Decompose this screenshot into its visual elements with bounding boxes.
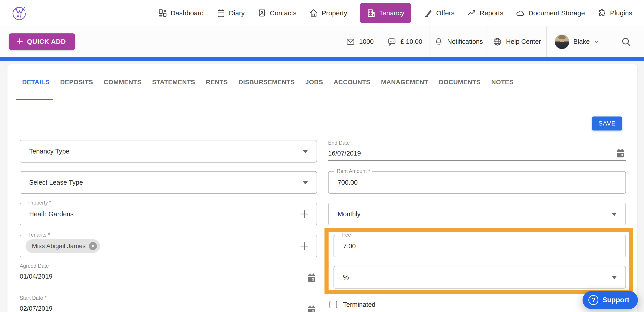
nav-label: Diary [229,9,245,17]
quick-add-button[interactable]: + QUICK ADD [9,33,75,50]
add-tenant-button[interactable] [300,242,309,251]
start-date-value: 02/07/2019 [20,305,317,312]
tab-details[interactable]: DETAILS [22,64,50,100]
nav-dashboard[interactable]: Dashboard [158,8,204,17]
property-value: Heath Gardens [20,210,74,218]
calendar-picker-icon[interactable] [307,305,316,312]
messages-count: 1000 [359,38,374,45]
end-date-value: 16/07/2019 [328,150,626,157]
nav-offers[interactable]: Offers [424,8,454,17]
tab-management[interactable]: MANAGEMENT [381,64,428,100]
tab-deposits[interactable]: DEPOSITS [60,64,93,100]
search-icon [621,37,631,47]
start-date-label: Start Date * [20,295,317,301]
bell-icon [434,37,443,46]
rent-amount-label: Rent Amount * [334,168,372,174]
terminated-checkbox[interactable] [330,301,337,309]
remove-tenant-button[interactable] [89,242,97,250]
rent-amount-value: 700.00 [328,179,358,186]
nav-label: Tenancy [379,9,404,17]
toolbar-right: 1000 £ 10.00 Notifications [340,26,644,57]
calendar-picker-icon[interactable] [307,273,316,283]
pen-icon [424,8,433,17]
nav-tenancy[interactable]: Tenancy [360,3,411,23]
fee-type-select[interactable]: % [334,266,626,289]
search-button[interactable] [608,26,644,57]
nav-label: Contacts [270,9,296,17]
tenants-label: Tenants * [26,232,52,238]
tab-comments[interactable]: COMMENTS [104,64,142,100]
terminated-row: Terminated [330,301,375,309]
end-date-label: End Date [328,140,626,146]
tenant-chip[interactable]: Miss Abigail James [26,239,100,253]
agreed-date-field[interactable]: Agreed Date 01/04/2019 [20,263,317,285]
notifications-button[interactable]: Notifications [430,26,487,57]
nav-document-storage[interactable]: Document Storage [516,8,585,17]
tab-jobs[interactable]: JOBS [305,64,323,100]
property-label: Property * [26,200,54,206]
plus-icon [300,242,309,251]
calendar-picker-icon[interactable] [616,149,625,158]
calendar-icon [216,8,226,17]
start-date-field[interactable]: Start Date * 02/07/2019 [20,295,317,312]
end-date-field[interactable]: End Date 16/07/2019 [328,140,626,161]
balance-button[interactable]: £ 10.00 [380,26,430,57]
nav-label: Reports [480,9,503,17]
lease-type-select[interactable]: Select Lease Type [20,171,317,194]
nav-plugins[interactable]: Plugins [598,8,632,17]
tenant-chip-label: Miss Abigail James [32,243,86,250]
close-icon [91,244,95,248]
notifications-label: Notifications [447,38,483,45]
fee-type-value: % [334,274,349,281]
nav-reports[interactable]: Reports [467,8,503,17]
user-avatar [555,34,569,49]
contact-card-icon [257,8,266,17]
nav-property[interactable]: Property [309,8,347,17]
chat-bubble-icon [387,37,396,46]
user-menu[interactable]: Blake [546,26,608,57]
support-label: Support [602,296,629,304]
cloud-icon [516,8,525,17]
dropdown-caret-icon [612,276,617,279]
tenants-field[interactable]: Tenants * Miss Abigail James [20,235,317,257]
plus-icon [300,210,309,219]
add-property-button[interactable] [300,210,309,219]
envelope-icon [346,37,355,46]
dropdown-caret-icon [302,181,308,184]
tab-notes[interactable]: NOTES [491,64,514,100]
nav-diary[interactable]: Diary [216,8,245,17]
property-field[interactable]: Property * Heath Gardens [20,203,317,225]
nav-label: Document Storage [528,9,585,17]
tab-documents[interactable]: DOCUMENTS [439,64,481,100]
dropdown-caret-icon [302,150,308,153]
tab-statements[interactable]: STATEMENTS [152,64,195,100]
main-nav: Dashboard Diary Contacts Property [158,0,632,26]
messages-button[interactable]: 1000 [340,26,380,57]
tab-disbursements[interactable]: DISBURSEMENTS [238,64,295,100]
tenancy-type-select[interactable]: Tenancy Type [20,140,317,163]
support-button[interactable]: ? Support [582,291,638,309]
blue-divider-bar [0,57,644,61]
globe-icon [493,37,502,46]
help-center-button[interactable]: Help Center [487,26,546,57]
puzzle-icon [598,8,607,17]
balance-value: £ 10.00 [400,38,422,45]
app-logo[interactable] [12,5,27,21]
tab-rents[interactable]: RENTS [206,64,228,100]
tab-accounts[interactable]: ACCOUNTS [334,64,370,100]
home-icon [309,8,318,17]
fee-field[interactable]: Fee 7.00 [334,235,626,257]
tab-bar: DETAILS DEPOSITS COMMENTS STATEMENTS REN… [8,64,637,100]
rent-frequency-value: Monthly [328,210,361,218]
terminated-label: Terminated [343,301,375,309]
lease-type-value: Select Lease Type [20,179,83,186]
rent-frequency-select[interactable]: Monthly [328,203,626,225]
toolbar: + QUICK ADD 1000 £ 10.00 [0,26,644,57]
save-button[interactable]: SAVE [592,116,622,130]
nav-contacts[interactable]: Contacts [257,8,296,17]
fee-value: 7.00 [334,243,356,250]
top-navbar: Dashboard Diary Contacts Property [0,0,644,26]
chevron-down-icon [594,39,600,45]
building-icon [367,8,376,17]
rent-amount-field[interactable]: Rent Amount * 700.00 [328,171,626,194]
